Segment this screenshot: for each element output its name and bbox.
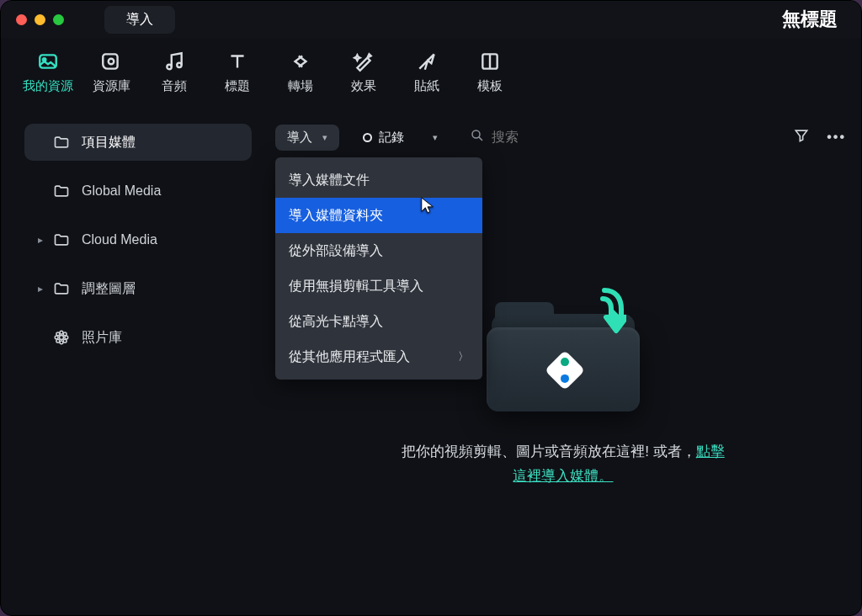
import-menu-item[interactable]: 從外部設備導入 <box>275 233 482 268</box>
sidebar-item-global-media[interactable]: Global Media <box>24 173 252 210</box>
sidebar-item-cloud-media[interactable]: ▸Cloud Media <box>24 221 252 258</box>
tab-library[interactable]: 資源庫 <box>86 50 136 94</box>
app-window: 導入 無標題 我的資源資源庫音頻標題轉場效果貼紙模板 項目媒體Global Me… <box>0 0 862 616</box>
sidebar-item-adjustment[interactable]: ▸調整圖層 <box>24 270 252 307</box>
tab-effects[interactable]: 效果 <box>338 50 389 94</box>
folder-icon <box>53 280 70 297</box>
menu-item-label: 從高光卡點導入 <box>289 313 383 331</box>
sidebar-item-label: Global Media <box>82 183 161 199</box>
expand-triangle-icon[interactable]: ▸ <box>36 283 45 295</box>
svg-point-11 <box>65 336 68 339</box>
folder-icon <box>53 183 70 199</box>
tab-stickers[interactable]: 貼紙 <box>402 50 452 94</box>
stickers-icon <box>415 50 439 73</box>
svg-point-10 <box>55 336 58 339</box>
svg-point-7 <box>60 336 64 340</box>
record-dropdown-button[interactable]: 記錄 ▾ <box>351 125 450 151</box>
import-menu: 導入媒體文件導入媒體資料夾從外部設備導入使用無損剪輯工具導入從高光卡點導入從其他… <box>275 157 482 380</box>
minimize-window-button[interactable] <box>35 14 45 25</box>
svg-point-13 <box>63 332 67 336</box>
expand-triangle-icon[interactable]: ▸ <box>36 234 45 246</box>
svg-point-9 <box>60 341 63 344</box>
more-icon[interactable]: ••• <box>827 130 846 145</box>
svg-point-8 <box>60 331 63 334</box>
menu-item-label: 使用無損剪輯工具導入 <box>289 278 423 295</box>
import-dropdown-label: 導入 <box>287 130 312 146</box>
search-icon <box>470 128 485 146</box>
transitions-icon <box>289 50 312 73</box>
menu-item-label: 從外部設備導入 <box>289 242 383 260</box>
tab-audio[interactable]: 音頻 <box>149 50 200 94</box>
library-icon <box>99 50 123 73</box>
filter-icon[interactable] <box>793 127 810 147</box>
main-panel: 導入 ▾ 記錄 ▾ ••• <box>265 114 861 615</box>
sidebar-item-label: 調整圖層 <box>82 280 136 298</box>
chevron-down-icon: ▾ <box>322 132 327 143</box>
tab-label: 貼紙 <box>414 78 439 94</box>
chevron-down-icon: ▾ <box>433 132 438 143</box>
record-dropdown-label: 記錄 <box>379 130 404 146</box>
tab-label: 模板 <box>477 78 503 94</box>
tab-label: 資源庫 <box>93 78 130 94</box>
empty-media-illustration <box>483 290 643 417</box>
svg-point-15 <box>63 339 67 343</box>
sidebar-item-photos[interactable]: 照片庫 <box>24 319 252 356</box>
menu-item-label: 從其他應用程式匯入 <box>289 348 410 366</box>
sidebar-item-label: 項目媒體 <box>82 134 136 151</box>
window-controls <box>16 14 64 25</box>
tab-transitions[interactable]: 轉場 <box>275 50 326 94</box>
menu-item-label: 導入媒體文件 <box>289 172 370 189</box>
svg-point-16 <box>472 130 480 138</box>
empty-state-text: 把你的視頻剪輯、圖片或音頻放在這裡! 或者，點擊 這裡導入媒體。 <box>402 440 724 489</box>
tab-label: 效果 <box>351 78 376 94</box>
import-menu-item[interactable]: 導入媒體文件 <box>275 162 482 198</box>
templates-icon <box>478 50 502 73</box>
sidebar: 項目媒體Global Media▸Cloud Media▸調整圖層照片庫 <box>1 114 265 615</box>
tab-templates[interactable]: 模板 <box>465 50 515 94</box>
sidebar-item-label: 照片庫 <box>82 329 122 347</box>
project-title: 無標題 <box>782 7 838 32</box>
my-resources-icon <box>36 50 60 73</box>
maximize-window-button[interactable] <box>53 14 64 25</box>
effects-icon <box>352 50 375 73</box>
svg-point-4 <box>177 63 181 67</box>
tab-label: 轉場 <box>288 78 313 94</box>
import-menu-item[interactable]: 導入媒體資料夾 <box>275 198 482 233</box>
body-split: 項目媒體Global Media▸Cloud Media▸調整圖層照片庫 導入 … <box>1 114 861 615</box>
tab-label: 標題 <box>225 78 250 94</box>
mouse-cursor-icon <box>420 196 435 218</box>
svg-point-14 <box>56 339 60 343</box>
tab-label: 音頻 <box>162 78 187 94</box>
folder-icon <box>53 231 70 248</box>
import-dropdown-button[interactable]: 導入 ▾ <box>275 125 339 151</box>
search-field[interactable] <box>470 128 781 146</box>
import-here-link[interactable]: 這裡導入媒體。 <box>513 468 613 484</box>
audio-icon <box>162 50 186 73</box>
main-toolbar: 導入 ▾ 記錄 ▾ ••• <box>275 119 846 156</box>
close-window-button[interactable] <box>16 14 27 25</box>
titles-icon <box>226 50 249 73</box>
titlebar-tab-import[interactable]: 導入 <box>104 6 175 34</box>
import-menu-item[interactable]: 從高光卡點導入 <box>275 304 482 339</box>
import-menu-item[interactable]: 從其他應用程式匯入〉 <box>275 339 482 374</box>
top-tab-row: 我的資源資源庫音頻標題轉場效果貼紙模板 <box>1 38 861 103</box>
sidebar-item-label: Cloud Media <box>82 232 157 247</box>
sidebar-item-project-media[interactable]: 項目媒體 <box>24 124 252 161</box>
search-input[interactable] <box>492 130 576 145</box>
tab-label: 我的資源 <box>23 78 73 94</box>
photos-library-icon <box>53 329 70 346</box>
titlebar: 導入 無標題 <box>1 1 861 38</box>
import-here-link[interactable]: 點擊 <box>696 443 725 459</box>
menu-item-label: 導入媒體資料夾 <box>289 207 383 225</box>
import-menu-item[interactable]: 使用無損剪輯工具導入 <box>275 268 482 304</box>
svg-point-12 <box>56 332 60 336</box>
empty-line1: 把你的視頻剪輯、圖片或音頻放在這裡! 或者， <box>402 443 695 459</box>
record-icon <box>363 133 372 142</box>
tab-my-resources[interactable]: 我的資源 <box>23 50 73 94</box>
svg-line-17 <box>479 137 482 141</box>
svg-point-2 <box>109 59 114 65</box>
svg-point-3 <box>167 65 171 69</box>
folder-icon <box>53 134 70 151</box>
submenu-arrow-icon: 〉 <box>458 349 469 364</box>
tab-titles[interactable]: 標題 <box>212 50 263 94</box>
